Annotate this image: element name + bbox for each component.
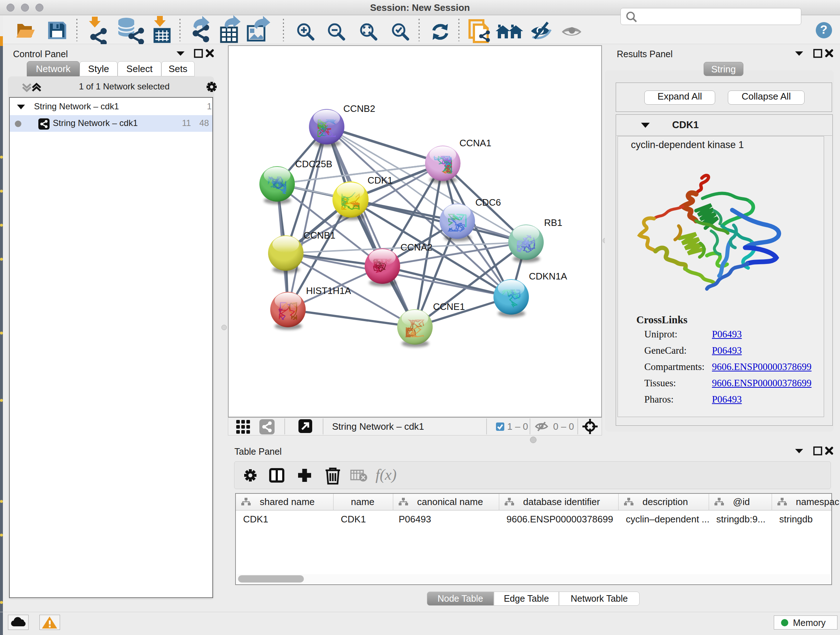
svg-text:CCNA2: CCNA2 bbox=[401, 242, 432, 253]
svg-text:CDKN1A: CDKN1A bbox=[529, 271, 567, 282]
svg-text:HIST1H1A: HIST1H1A bbox=[306, 285, 351, 296]
svg-text:CCNA1: CCNA1 bbox=[459, 138, 491, 149]
svg-text:0 – 0: 0 – 0 bbox=[553, 421, 574, 432]
svg-text:CDC25B: CDC25B bbox=[295, 158, 332, 169]
svg-text:CCNE1: CCNE1 bbox=[433, 301, 465, 312]
svg-text:RB1: RB1 bbox=[544, 217, 562, 228]
svg-text:CDC6: CDC6 bbox=[475, 197, 501, 208]
svg-text:CCNB2: CCNB2 bbox=[343, 103, 375, 114]
svg-text:f(x): f(x) bbox=[376, 466, 396, 483]
svg-text:1 – 0: 1 – 0 bbox=[507, 421, 528, 432]
svg-text:CCNB1: CCNB1 bbox=[303, 230, 335, 241]
svg-text:CDK1: CDK1 bbox=[368, 175, 393, 186]
svg-text:String Network – cdk1: String Network – cdk1 bbox=[332, 421, 424, 432]
